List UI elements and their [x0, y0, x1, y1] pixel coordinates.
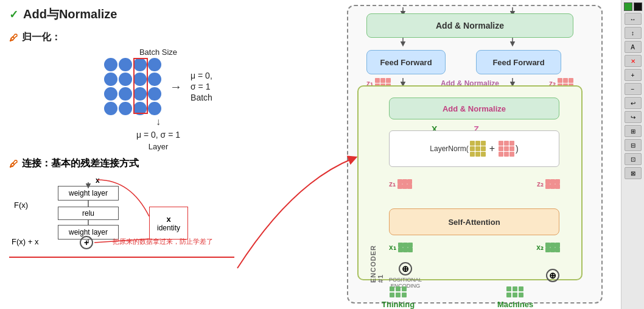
relu-box: relu [58, 207, 119, 220]
check-icon: ✓ [9, 8, 18, 21]
normalize-label: 🖊 归一化： [9, 31, 307, 44]
layernorm-z-grid [499, 141, 514, 157]
enc-x2-group: x₂ [536, 243, 559, 252]
enc-x1-grid [398, 243, 412, 252]
toolbar-btn-grid4[interactable]: ⊠ [625, 167, 642, 179]
pos-enc-left: ⊕ POSITIONALENCODING [389, 262, 422, 289]
color-green[interactable] [624, 2, 632, 11]
pos-enc-right: ⊕ [546, 269, 559, 282]
toolbar-btn-grid2[interactable]: ⊟ [625, 139, 642, 151]
layernorm-x-grid [470, 141, 486, 157]
connection-section: 🖊 连接：基本的残差连接方式 F(x) x weight layer relu … [9, 157, 307, 259]
x-top-label: x [96, 176, 100, 185]
toolbar-btn-undo[interactable]: ↩ [625, 97, 642, 109]
enc-z2-grid [545, 179, 559, 188]
page-title: Add与Normalize [23, 6, 117, 23]
fx-label: F(x) [14, 201, 28, 210]
batch-size-label: Batch Size [139, 48, 177, 57]
mu-zero: μ = 0, [191, 71, 212, 80]
thinking-grid [390, 286, 407, 298]
toolbar-btn-arrow[interactable]: ↔ [625, 13, 642, 25]
encoder-label: ENCODER #1 [369, 245, 384, 283]
pencil-icon-connection: 🖊 [9, 158, 18, 169]
toolbar-btn-x[interactable]: ✕ [625, 55, 642, 67]
grid-row: → μ = 0, σ = 1 Batch [104, 58, 212, 115]
right-panel: Add & Normalize Feed Forward Feed Forwar… [317, 0, 615, 309]
ff-left-label: Feed Forward [380, 58, 432, 67]
pencil-icon-normalize: 🖊 [9, 32, 18, 43]
connection-label: 🖊 连接：基本的残差连接方式 [9, 157, 307, 170]
enc-x2-label: x₂ [536, 243, 544, 252]
machines-group: Machines [497, 286, 533, 309]
self-attention-box: Self-Attention [389, 208, 559, 235]
enc-z1-grid [397, 179, 411, 188]
layer-label: Layer [149, 142, 169, 151]
batch-diagram: Batch Size → μ = 0, σ = 1 Batch [61, 48, 256, 151]
arrow-right: → [170, 80, 182, 94]
feed-forward-left: Feed Forward [366, 50, 446, 74]
formula-block: μ = 0, σ = 1 Batch [191, 71, 212, 102]
toolbar-btn-grid1[interactable]: ⊞ [625, 125, 642, 137]
encoder-z-labels: z₁ z₂ [389, 179, 559, 188]
plus-circle: + [80, 236, 93, 249]
connection-text: 连接：基本的残差连接方式 [22, 157, 139, 170]
red-arrow-text: 把原来的数据拿过来，防止学差了 [113, 237, 213, 246]
toolbar-btn-redo[interactable]: ↪ [625, 111, 642, 123]
normalize-text: 归一化： [22, 31, 61, 44]
machines-label: Machines [497, 300, 533, 309]
enc-z2-label: z₂ [537, 180, 544, 188]
layernorm-box: LayerNorm( + ) [389, 130, 559, 167]
feed-forward-right: Feed Forward [476, 50, 561, 74]
pos-enc-row: ⊕ POSITIONALENCODING ⊕ [389, 262, 559, 289]
plus-sign: + [489, 143, 495, 154]
enc-x1-label: x₁ [389, 243, 396, 252]
toolbar-btn-minus[interactable]: − [625, 83, 642, 95]
toolbar-btn-grid3[interactable]: ⊡ [625, 153, 642, 165]
self-attention-label: Self-Attention [448, 218, 500, 227]
dot-grid-container [104, 58, 161, 115]
toolbar-btn-a[interactable]: A [625, 41, 642, 53]
toolbar-right: ↔ ↕ A ✕ + − ↩ ↪ ⊞ ⊟ ⊡ ⊠ [621, 0, 644, 309]
normalize-section: 🖊 归一化： Batch Size → μ = 0 [9, 31, 307, 151]
red-underline [9, 257, 234, 258]
transformer-outer: Add & Normalize Feed Forward Feed Forwar… [347, 5, 603, 304]
dot-grid [104, 58, 161, 115]
enc-z2-group: z₂ [537, 179, 559, 188]
identity-label: identity [157, 224, 180, 232]
sigma-one: σ = 1 [191, 82, 212, 91]
add-normalize-top-label: Add & Normalize [436, 21, 504, 30]
layernorm-formula: LayerNorm( + ) [430, 141, 518, 157]
encoder-x-labels: x₁ x₂ [389, 243, 559, 252]
enc-x2-grid [545, 243, 559, 252]
weight-layer-1: weight layer [58, 186, 119, 201]
identity-box: x identity [149, 207, 188, 240]
plus-circle-left: ⊕ [399, 262, 412, 275]
color-row [624, 2, 642, 11]
residual-diagram: F(x) x weight layer relu weight layer x … [9, 174, 289, 259]
layernorm-text: LayerNorm( [430, 144, 468, 153]
mu-sigma-bottom: μ = 0, σ = 1 [136, 130, 180, 140]
thinking-label: Thinking [382, 300, 415, 309]
enc-z1-group: z₁ [389, 179, 411, 188]
add-normalize-top: Add & Normalize [366, 13, 573, 38]
red-rect-highlight [133, 58, 148, 114]
add-normalize-inner: Add & Normalize [389, 98, 559, 119]
color-black[interactable] [634, 2, 642, 11]
ff-right-label: Feed Forward [492, 58, 544, 67]
x-identity-label: x [166, 215, 170, 224]
enc-x1-group: x₁ [389, 243, 412, 252]
encoder-box: ENCODER #1 Add & Normalize X Z LayerNorm… [357, 85, 583, 280]
toolbar-btn-arrow2[interactable]: ↕ [625, 27, 642, 39]
enc-z1-label: z₁ [389, 180, 396, 188]
title-row: ✓ Add与Normalize [9, 6, 307, 23]
plus-circle-right: ⊕ [546, 269, 559, 282]
close-paren: ) [516, 144, 519, 154]
thinking-group: Thinking [382, 286, 415, 309]
toolbar-btn-plus[interactable]: + [625, 69, 642, 81]
fx-plus-x-label: F(x) + x [12, 237, 38, 246]
machines-grid [506, 286, 524, 298]
add-normalize-inner-label: Add & Normalize [443, 104, 506, 113]
batch-text: Batch [191, 93, 212, 102]
left-panel: ✓ Add与Normalize 🖊 归一化： Batch Size [0, 0, 317, 309]
